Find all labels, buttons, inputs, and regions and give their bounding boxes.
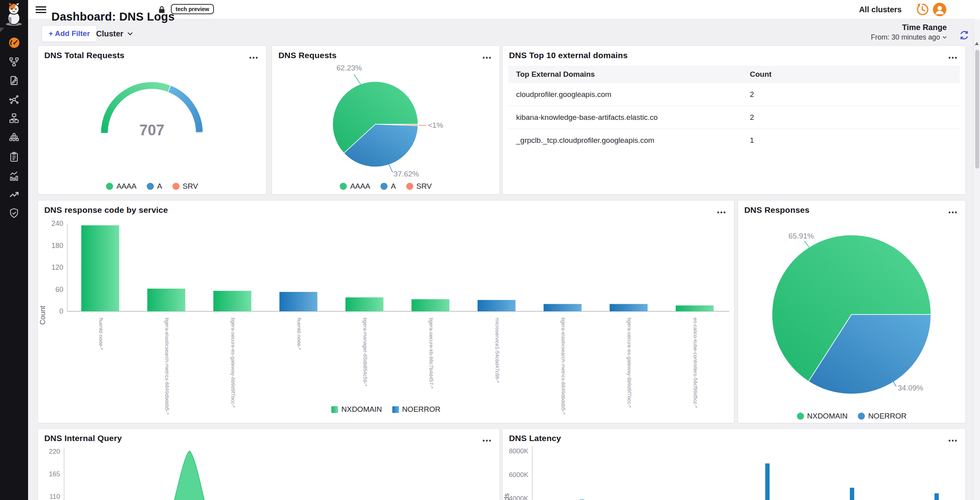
panel-menu-icon[interactable] — [946, 208, 959, 217]
legend-label: NOERROR — [402, 405, 441, 414]
svg-text:Nanoseconds: Nanoseconds — [503, 493, 511, 500]
sidebar-item-network-hierarchy-icon[interactable] — [9, 112, 20, 123]
legend-item[interactable]: NXDOMAIN — [797, 412, 848, 420]
hamburger-menu-icon[interactable] — [36, 5, 46, 14]
calico-cat-logo-icon[interactable] — [3, 2, 25, 26]
legend-item[interactable]: SRV — [172, 182, 198, 191]
pie-legend: AAAA A SRV — [272, 182, 499, 191]
panel-menu-icon[interactable] — [247, 53, 260, 62]
svg-text:4000K: 4000K — [509, 495, 529, 500]
legend-swatch — [797, 413, 804, 420]
legend-item[interactable]: A — [380, 182, 396, 191]
pie-chart: 65.91%34.09% — [738, 201, 965, 423]
sidebar-item-topology-icon[interactable] — [9, 56, 20, 67]
svg-text:<1%: <1% — [428, 121, 443, 129]
bar-legend: NXDOMAIN NOERROR — [38, 405, 734, 414]
cell-count: 1 — [742, 136, 960, 145]
legend-item[interactable]: AAAA — [106, 182, 136, 191]
all-clusters-button[interactable]: All clusters — [857, 5, 904, 15]
cell-domain: kibana-knowledge-base-artifacts.elastic.… — [508, 113, 742, 122]
svg-text:tigera-secure-es-gateway-6b9d9: tigera-secure-es-gateway-6b9d9f7bcc-* — [230, 318, 236, 408]
panel-menu-icon[interactable] — [946, 436, 959, 445]
sidebar-item-document-edit-icon[interactable] — [9, 75, 20, 86]
table-row: kibana-knowledge-base-artifacts.elastic.… — [508, 106, 960, 129]
sidebar-item-trending-up-icon[interactable] — [9, 189, 20, 200]
svg-text:37.62%: 37.62% — [394, 170, 419, 178]
panel-title: DNS Top 10 external domains — [509, 51, 628, 60]
cell-domain: cloudprofiler.googleapis.com — [508, 90, 742, 99]
panel-dns-requests: DNS Requests 62.23%37.62%<1% AAAA A SRV — [272, 45, 500, 195]
column-header-domains[interactable]: Top External Domains — [508, 70, 742, 79]
panel-dns-response-code-by-service: DNS response code by service 06012018024… — [38, 200, 734, 423]
svg-text:tigera-elasticsearch-metrics-6: tigera-elasticsearch-metrics-6649dbddb5-… — [560, 318, 566, 415]
sidebar — [0, 0, 28, 500]
legend-swatch — [406, 183, 413, 190]
panel-menu-icon[interactable] — [481, 436, 493, 445]
legend-swatch — [340, 183, 347, 190]
svg-text:tigera-elasticsearch-metrics-6: tigera-elasticsearch-metrics-6649dbddb5-… — [164, 318, 170, 415]
refresh-icon[interactable] — [958, 29, 970, 41]
svg-text:180: 180 — [51, 242, 63, 250]
legend-label: AAAA — [350, 182, 370, 191]
svg-text:tigera-manager-65db854c59-*: tigera-manager-65db854c59-* — [362, 318, 368, 386]
svg-text:Count: Count — [39, 306, 47, 325]
chevron-down-icon — [127, 32, 133, 36]
svg-text:6000K: 6000K — [509, 471, 529, 479]
legend-label: NOERROR — [868, 412, 906, 420]
legend-item[interactable]: A — [147, 182, 162, 191]
svg-text:220: 220 — [49, 448, 60, 455]
legend-swatch — [106, 183, 113, 190]
sidebar-item-share-nodes-icon[interactable] — [9, 94, 20, 105]
svg-text:8000K: 8000K — [509, 447, 529, 455]
legend-label: AAAA — [116, 182, 136, 191]
cell-domain: _grpclb._tcp.cloudprofiler.googleapis.co… — [508, 136, 742, 145]
time-range-value: From: 30 minutes ago — [871, 33, 940, 42]
legend-label: NXDOMAIN — [807, 412, 848, 420]
user-avatar[interactable] — [933, 2, 947, 17]
sidebar-item-circle-cluster-icon[interactable] — [9, 132, 20, 143]
tech-preview-badge: tech preview — [171, 4, 214, 14]
svg-text:tigera-secure-kb-66c7b4d457-*: tigera-secure-kb-66c7b4d457-* — [428, 318, 434, 388]
svg-text:fluentd-node-*: fluentd-node-* — [98, 318, 104, 350]
panel-dns-top-external-domains: DNS Top 10 external domains Top External… — [502, 45, 966, 195]
legend-swatch — [858, 413, 865, 420]
legend-swatch — [147, 183, 154, 190]
legend-item[interactable]: NXDOMAIN — [331, 405, 382, 414]
legend-item[interactable]: NOERROR — [858, 412, 906, 420]
panel-menu-icon[interactable] — [481, 53, 493, 62]
gauge-chart: 707 — [38, 46, 266, 194]
svg-text:34.09%: 34.09% — [898, 384, 923, 392]
legend-swatch — [380, 183, 388, 190]
sidebar-item-chart-stats-icon[interactable] — [9, 170, 20, 181]
scroll-up-arrow-icon[interactable] — [975, 42, 979, 45]
legend-item[interactable]: NOERROR — [392, 405, 441, 414]
pie-chart: 62.23%37.62%<1% — [272, 46, 499, 194]
sidebar-item-clipboard-icon[interactable] — [9, 151, 20, 162]
cluster-dropdown[interactable]: Cluster — [94, 25, 135, 42]
column-header-count[interactable]: Count — [742, 70, 960, 79]
legend-item[interactable]: AAAA — [340, 182, 370, 191]
time-range-label: Time Range — [871, 23, 947, 32]
panel-title: DNS Requests — [278, 51, 337, 60]
panel-dns-responses: DNS Responses 65.91%34.09% NXDOMAIN NOER… — [738, 200, 966, 423]
sidebar-item-shield-check-icon[interactable] — [9, 207, 20, 218]
lock-icon — [157, 5, 166, 16]
panel-menu-icon[interactable] — [946, 53, 959, 62]
history-icon[interactable] — [915, 2, 929, 17]
domains-table: Top External Domains Count cloudprofiler… — [508, 66, 960, 152]
panel-title: DNS Internal Query — [44, 434, 122, 443]
legend-label: SRV — [183, 182, 198, 191]
svg-text:165: 165 — [49, 470, 60, 478]
time-range-control[interactable]: Time Range From: 30 minutes ago — [871, 23, 947, 42]
svg-text:fluentd-node-*: fluentd-node-* — [296, 318, 302, 350]
sidebar-item-dashboard-gauge-icon[interactable] — [9, 37, 20, 48]
panel-dns-internal-query: DNS Internal Query 220165110 — [38, 428, 500, 500]
chevron-down-icon — [942, 36, 947, 39]
scrollbar[interactable] — [973, 19, 980, 500]
table-row: _grpclb._tcp.cloudprofiler.googleapis.co… — [508, 129, 960, 152]
add-filter-button[interactable]: + Add Filter — [42, 25, 97, 42]
panel-menu-icon[interactable] — [715, 208, 728, 217]
scrollbar-thumb[interactable] — [975, 50, 979, 169]
cell-count: 2 — [742, 90, 960, 99]
legend-item[interactable]: SRV — [406, 182, 432, 191]
